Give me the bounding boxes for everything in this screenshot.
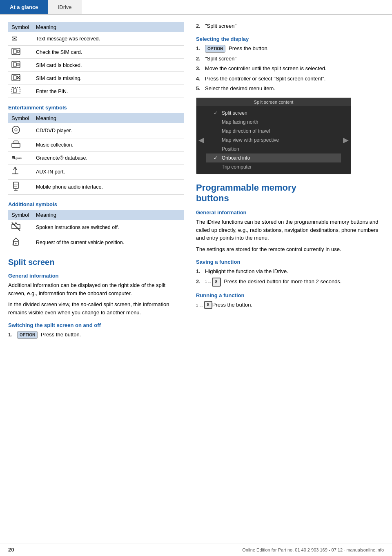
screen-content: ✓ Split screen Map facing north Map dire… bbox=[206, 106, 341, 174]
tab-idrive[interactable]: iDrive bbox=[48, 0, 81, 14]
meaning-cell: Gracenote® database. bbox=[33, 152, 184, 165]
step-number: 5. bbox=[196, 85, 205, 93]
step-number: 1. bbox=[8, 331, 17, 339]
table-row: Spoken instructions are switched off. bbox=[8, 220, 184, 235]
symbol-cell: ggracenote bbox=[8, 152, 33, 165]
general-info-text1: Additional information can be displayed … bbox=[8, 281, 184, 297]
step-text: "Split screen" bbox=[205, 22, 384, 30]
step-number: 1. bbox=[196, 44, 205, 53]
table-row: SIM card is missing. bbox=[8, 72, 184, 85]
general-info-heading-left: General information bbox=[8, 273, 184, 279]
menu-item-label: Map direction of travel bbox=[222, 128, 270, 134]
additional-heading: Additional symbols bbox=[8, 201, 184, 207]
saving-steps-list: 1. Highlight the function via the iDrive… bbox=[196, 267, 384, 287]
screen-left-arrow: ◀ bbox=[196, 106, 206, 174]
table-row: ggracenote Gracenote® database. bbox=[8, 152, 184, 165]
menu-item-label: Split screen bbox=[222, 110, 247, 116]
screen-right-arrow: ▶ bbox=[341, 106, 351, 174]
screen-menu-item-selected: ✓ Onboard info bbox=[206, 153, 341, 162]
step-number: 2. bbox=[196, 22, 205, 30]
tab-at-a-glance[interactable]: At a glance bbox=[0, 0, 48, 14]
svg-rect-4 bbox=[13, 62, 16, 67]
svg-rect-15 bbox=[12, 143, 20, 147]
symbol-table-main: Symbol Meaning ✉ Text message was receiv… bbox=[8, 22, 184, 98]
memory-button-icon: 1 ... 8 bbox=[205, 278, 221, 287]
meaning-cell: Music collection. bbox=[33, 138, 184, 152]
saving-heading: Saving a function bbox=[196, 259, 384, 265]
table-row: Request of the current vehicle position. bbox=[8, 235, 184, 250]
svg-line-30 bbox=[12, 222, 20, 231]
col-symbol: Symbol bbox=[8, 113, 33, 123]
right-column: 2. "Split screen" Selecting the display … bbox=[196, 22, 384, 342]
svg-rect-5 bbox=[17, 63, 19, 66]
svg-rect-3 bbox=[12, 61, 20, 68]
table-row: CD/DVD player. bbox=[8, 123, 184, 138]
svg-rect-1 bbox=[13, 49, 16, 53]
list-item: 2. "Split screen" bbox=[196, 55, 384, 63]
switching-heading: Switching the split screen on and off bbox=[8, 322, 184, 328]
svg-point-14 bbox=[15, 129, 17, 131]
list-item: 3. Move the controller until the split s… bbox=[196, 64, 384, 73]
prog-general-info-text2: The settings are stored for the remote c… bbox=[196, 245, 384, 254]
general-info-text2: In the divided screen view, the so-calle… bbox=[8, 300, 184, 316]
list-item: 1. Highlight the function via the iDrive… bbox=[196, 267, 384, 276]
meaning-cell: SIM card is missing. bbox=[33, 72, 184, 85]
meaning-cell: Spoken instructions are switched off. bbox=[33, 220, 184, 235]
menu-item-label: Trip computer bbox=[222, 164, 252, 170]
step-number: 2. bbox=[196, 278, 205, 286]
entertainment-heading: Entertainment symbols bbox=[8, 105, 184, 111]
footer-edition-text: Online Edition for Part no. 01 40 2 903 … bbox=[242, 547, 384, 552]
running-steps-list: 1 ... 8 Press the button. bbox=[196, 301, 384, 309]
split-screen-heading: Split screen bbox=[8, 258, 184, 267]
screen-menu-item: Trip computer bbox=[206, 162, 341, 171]
symbol-cell bbox=[8, 85, 33, 98]
step-text: "Split screen" bbox=[205, 55, 384, 63]
svg-rect-8 bbox=[13, 76, 16, 80]
list-item: 2. "Split screen" bbox=[196, 22, 384, 30]
col-meaning: Meaning bbox=[33, 113, 184, 123]
meaning-cell: Request of the current vehicle position. bbox=[33, 235, 184, 250]
step-text: Press the controller or select "Split sc… bbox=[205, 75, 384, 83]
screen-mockup: Split screen content ◀ ✓ Split screen Ma… bbox=[196, 98, 351, 174]
meaning-cell: Text message was received. bbox=[33, 32, 184, 46]
step-text: Highlight the function via the iDrive. bbox=[205, 267, 384, 276]
col-symbol: Symbol bbox=[8, 22, 33, 32]
symbol-cell: ✉ bbox=[8, 32, 33, 46]
programmable-main-heading: Programmable memory buttons bbox=[196, 182, 384, 204]
svg-text:g: g bbox=[12, 157, 14, 159]
screen-menu: ✓ Split screen Map facing north Map dire… bbox=[206, 106, 341, 174]
step-number: 2. bbox=[196, 55, 205, 63]
list-item: 5. Select the desired menu item. bbox=[196, 85, 384, 93]
table-row: Mobile phone audio interface. bbox=[8, 180, 184, 195]
split-screen-continued-list: 2. "Split screen" bbox=[196, 22, 384, 30]
screen-menu-item: Position bbox=[206, 145, 341, 153]
svg-point-13 bbox=[12, 126, 20, 133]
step-text: Press the button. bbox=[212, 301, 384, 309]
left-column: Symbol Meaning ✉ Text message was receiv… bbox=[8, 22, 184, 342]
step-text: OPTION Press the button. bbox=[17, 331, 184, 339]
entertainment-table: Symbol Meaning CD/DVD player. Music coll… bbox=[8, 113, 184, 195]
additional-table: Symbol Meaning Spoken instructions are s… bbox=[8, 210, 184, 250]
list-item: 1 ... 8 Press the button. bbox=[196, 301, 384, 309]
meaning-cell: Enter the PIN. bbox=[33, 85, 184, 98]
table-row: ✉ Text message was received. bbox=[8, 32, 184, 46]
col-meaning: Meaning bbox=[33, 210, 184, 220]
step-number: 3. bbox=[196, 64, 205, 73]
step-text: OPTION Press the button. bbox=[205, 44, 384, 53]
table-row: Music collection. bbox=[8, 138, 184, 152]
check-icon: ✓ bbox=[214, 155, 219, 161]
meaning-cell: Mobile phone audio interface. bbox=[33, 180, 184, 195]
menu-item-label: Map view with perspective bbox=[222, 137, 279, 143]
symbol-cell bbox=[8, 46, 33, 59]
option-button-icon: OPTION bbox=[17, 331, 38, 339]
symbol-cell bbox=[8, 72, 33, 85]
symbol-cell bbox=[8, 235, 33, 250]
selecting-steps-list: 1. OPTION Press the button. 2. "Split sc… bbox=[196, 44, 384, 93]
page-footer: 20 Online Edition for Part no. 01 40 2 9… bbox=[0, 543, 392, 556]
svg-marker-16 bbox=[13, 141, 19, 143]
page-header: At a glance iDrive bbox=[0, 0, 392, 15]
table-row: Enter the PIN. bbox=[8, 85, 184, 98]
symbol-cell bbox=[8, 138, 33, 152]
screen-menu-item: Map facing north bbox=[206, 118, 341, 127]
screen-body: ◀ ✓ Split screen Map facing north bbox=[196, 106, 351, 174]
